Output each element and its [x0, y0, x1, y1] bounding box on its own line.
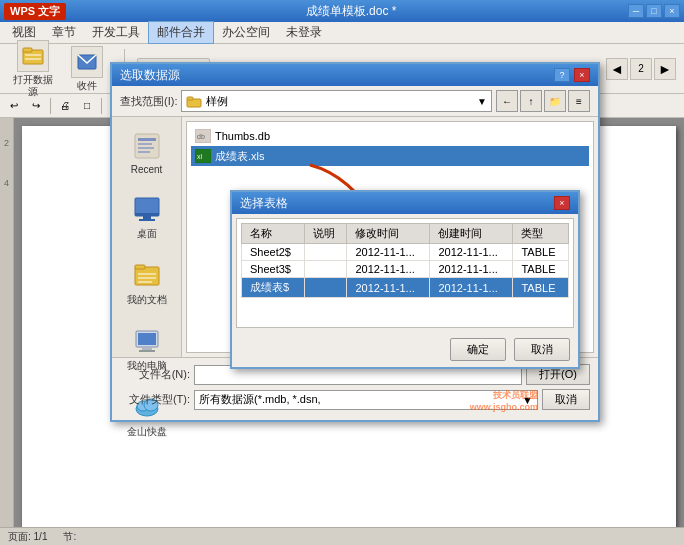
select-table-ok-button[interactable]: 确定 — [450, 338, 506, 361]
print-preview-button[interactable]: □ — [77, 96, 97, 116]
col-name: 名称 — [242, 224, 305, 244]
filetype-select[interactable]: 所有数据源(*.mdb, *.dsn, ▼ — [194, 390, 538, 410]
svg-rect-1 — [23, 48, 32, 52]
svg-rect-8 — [138, 138, 156, 141]
filetype-label: 文件类型(T): — [120, 392, 190, 407]
nav-back-button[interactable]: ← — [496, 90, 518, 112]
line-number-4: 4 — [4, 178, 9, 188]
nav-new-folder-button[interactable]: 📁 — [544, 90, 566, 112]
shortcut-recent[interactable]: Recent — [117, 125, 177, 180]
window-controls: ─ □ × — [628, 4, 680, 18]
cancel-button[interactable]: 取消 — [542, 389, 590, 410]
dialog-nav-buttons: ← ↑ 📁 ≡ — [496, 90, 590, 112]
svg-text:xl: xl — [197, 153, 203, 160]
svg-text:db: db — [197, 133, 205, 140]
close-button[interactable]: × — [664, 4, 680, 18]
svg-rect-20 — [138, 281, 152, 283]
look-in-dropdown-arrow: ▼ — [477, 96, 487, 107]
svg-rect-6 — [187, 97, 193, 100]
col-desc: 说明 — [305, 224, 347, 244]
table-row-sheet2[interactable]: Sheet2$ 2012-11-1... 2012-11-1... TABLE — [242, 244, 569, 261]
my-docs-icon — [131, 259, 163, 291]
collect-icon — [71, 46, 103, 78]
menu-office[interactable]: 办公空间 — [214, 22, 278, 43]
select-table-content: 名称 说明 修改时间 创建时间 类型 Sheet2$ 2012-11-1... … — [236, 218, 574, 328]
look-in-select[interactable]: 样例 ▼ — [181, 90, 492, 112]
select-table-titlebar: 选择表格 × — [232, 192, 578, 214]
file-item-thumbs[interactable]: db Thumbs.db — [191, 126, 589, 146]
undo-button[interactable]: ↩ — [4, 96, 24, 116]
file-dialog-help-button[interactable]: ? — [554, 68, 570, 82]
title-bar: WPS 文字 成绩单模板.doc * ─ □ × — [0, 0, 684, 22]
gradebook-xls-icon: xl — [195, 148, 211, 164]
nav-up-button[interactable]: ↑ — [520, 90, 542, 112]
section-status: 节: — [63, 530, 76, 544]
file-dialog-close-button[interactable]: × — [574, 68, 590, 82]
select-table-footer: 确定 取消 — [232, 332, 578, 367]
redo-button[interactable]: ↪ — [26, 96, 46, 116]
svg-rect-19 — [138, 277, 156, 279]
wps-logo: WPS 文字 — [4, 3, 66, 20]
file-dialog-titlebar: 选取数据源 ? × — [112, 64, 598, 86]
next-record-button[interactable]: ► — [654, 58, 676, 80]
line-numbers: 2 4 — [0, 118, 14, 545]
col-type: 类型 — [513, 224, 569, 244]
line-number-2: 2 — [4, 138, 9, 148]
table-row-sheet3[interactable]: Sheet3$ 2012-11-1... 2012-11-1... TABLE — [242, 261, 569, 278]
recent-label: Recent — [131, 164, 163, 175]
collect-label: 收件 — [77, 80, 97, 92]
filetype-dropdown-arrow: ▼ — [522, 394, 533, 406]
record-number[interactable]: 2 — [630, 58, 652, 80]
thumbs-db-icon: db — [195, 128, 211, 144]
prev-record-button[interactable]: ◄ — [606, 58, 628, 80]
col-modified: 修改时间 — [347, 224, 430, 244]
select-table-title: 选择表格 — [240, 195, 288, 212]
svg-rect-2 — [25, 54, 41, 56]
page-status: 页面: 1/1 — [8, 530, 47, 544]
file-dialog-toolbar: 查找范围(I): 样例 ▼ ← ↑ 📁 ≡ — [112, 86, 598, 117]
open-data-source-label: 打开数据源 — [13, 74, 53, 98]
svg-rect-11 — [138, 151, 150, 153]
col-created: 创建时间 — [430, 224, 513, 244]
menu-login[interactable]: 未登录 — [278, 22, 330, 43]
open-data-source-icon — [17, 40, 49, 72]
select-table-close-button[interactable]: × — [554, 196, 570, 210]
svg-rect-24 — [139, 350, 155, 352]
nav-views-button[interactable]: ≡ — [568, 90, 590, 112]
thumbs-db-name: Thumbs.db — [215, 130, 270, 142]
kingsoft-label: 金山快盘 — [127, 425, 167, 439]
file-item-gradebook[interactable]: xl 成绩表.xls — [191, 146, 589, 166]
status-bar: 页面: 1/1 节: — [0, 527, 684, 545]
collect-button[interactable]: 收件 — [62, 41, 112, 97]
my-docs-label: 我的文档 — [127, 293, 167, 307]
svg-rect-18 — [138, 273, 156, 275]
table-row-grades[interactable]: 成绩表$ 2012-11-1... 2012-11-1... TABLE — [242, 278, 569, 298]
recent-icon — [131, 130, 163, 162]
file-dialog-title: 选取数据源 — [120, 67, 180, 84]
svg-rect-10 — [138, 147, 154, 149]
look-in-label: 查找范围(I): — [120, 94, 177, 109]
print-button[interactable]: 🖨 — [55, 96, 75, 116]
maximize-button[interactable]: □ — [646, 4, 662, 18]
gradebook-xls-name: 成绩表.xls — [215, 149, 265, 164]
open-data-source-button[interactable]: 打开数据源 — [8, 35, 58, 103]
shortcuts-panel: Recent 桌面 — [112, 117, 182, 357]
filetype-row: 文件类型(T): 所有数据源(*.mdb, *.dsn, ▼ 取消 — [120, 389, 590, 410]
minimize-button[interactable]: ─ — [628, 4, 644, 18]
svg-rect-9 — [138, 143, 152, 145]
select-table-dialog: 选择表格 × 名称 说明 修改时间 创建时间 类型 Sheet2$ 2012-1… — [230, 190, 580, 369]
shortcut-my-docs[interactable]: 我的文档 — [117, 254, 177, 312]
desktop-label: 桌面 — [137, 227, 157, 241]
svg-rect-15 — [139, 219, 155, 221]
menu-mailmerge[interactable]: 邮件合并 — [148, 21, 214, 44]
svg-rect-3 — [25, 58, 41, 60]
svg-rect-22 — [138, 333, 156, 345]
my-computer-icon — [131, 325, 163, 357]
shortcut-desktop[interactable]: 桌面 — [117, 188, 177, 246]
filename-label: 文件名(N): — [120, 367, 190, 382]
select-table-grid: 名称 说明 修改时间 创建时间 类型 Sheet2$ 2012-11-1... … — [241, 223, 569, 298]
document-title: 成绩单模板.doc * — [74, 3, 628, 20]
select-table-cancel-button[interactable]: 取消 — [514, 338, 570, 361]
desktop-icon — [131, 193, 163, 225]
svg-rect-17 — [135, 265, 145, 269]
